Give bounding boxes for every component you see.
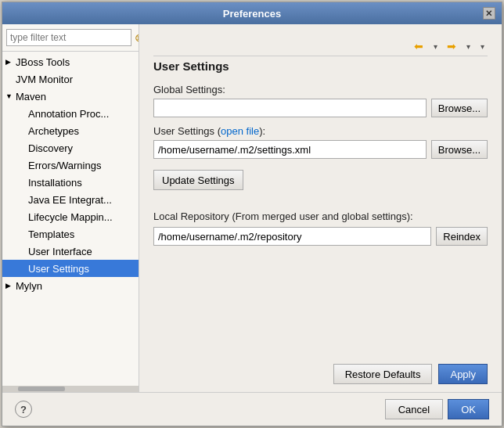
help-icon[interactable]: ? — [15, 401, 32, 418]
user-settings-row: Browse... — [153, 140, 488, 159]
global-settings-group: Global Settings: Browse... — [153, 84, 488, 117]
apply-button[interactable]: Apply — [438, 364, 488, 384]
panel-action-row: Restore Defaults Apply — [153, 351, 488, 384]
sidebar-item-label: Installations — [28, 177, 82, 189]
sidebar-item-lifecycle-mapping[interactable]: Lifecycle Mappin... — [2, 208, 139, 225]
sidebar-item-jboss-tools[interactable]: ▶ JBoss Tools — [2, 53, 139, 70]
update-settings-row: Update Settings — [153, 167, 488, 190]
local-repo-group: Local Repository (From merged user and g… — [153, 201, 488, 246]
cancel-button[interactable]: Cancel — [385, 399, 443, 419]
user-settings-group: User Settings (open file): Browse... — [153, 125, 488, 159]
sidebar-item-label: JBoss Tools — [16, 56, 70, 68]
sidebar-item-label: User Settings — [28, 263, 89, 275]
sidebar-item-label: User Interface — [28, 246, 92, 257]
back-dropdown-icon[interactable]: ▾ — [430, 38, 441, 54]
tree-area: ▶ JBoss Tools JVM Monitor ▼ Maven Annota… — [2, 52, 139, 386]
sidebar-item-label: Templates — [28, 228, 74, 240]
dialog-footer: ? Cancel OK — [2, 392, 502, 426]
sidebar-item-label: Java EE Integrat... — [28, 194, 112, 206]
sidebar-item-discovery[interactable]: Discovery — [2, 139, 139, 156]
back-icon[interactable]: ⬅ — [411, 38, 427, 54]
open-file-link[interactable]: open file — [221, 125, 259, 137]
update-settings-button[interactable]: Update Settings — [153, 170, 243, 190]
global-settings-browse-button[interactable]: Browse... — [431, 99, 488, 117]
ok-button[interactable]: OK — [448, 399, 489, 419]
expand-icon: ▶ — [5, 282, 13, 290]
footer-right: Cancel OK — [385, 399, 489, 419]
sidebar-item-label: Discovery — [28, 142, 73, 154]
local-repo-row: Reindex — [153, 227, 488, 246]
forward-dropdown-icon[interactable]: ▾ — [463, 38, 473, 54]
sidebar-item-user-settings[interactable]: User Settings — [2, 260, 139, 277]
scrollbar-thumb — [18, 387, 65, 391]
sidebar-item-maven[interactable]: ▼ Maven — [2, 88, 139, 105]
user-settings-input[interactable] — [153, 140, 427, 159]
global-settings-label: Global Settings: — [153, 84, 488, 95]
sidebar-item-label: Annotation Proc... — [28, 108, 109, 120]
footer-left: ? — [15, 401, 32, 418]
dialog-title: Preferences — [171, 8, 333, 20]
panel-toolbar: ⬅ ▾ ➡ ▾ ▾ — [153, 35, 488, 56]
global-settings-input[interactable] — [153, 99, 427, 117]
filter-bar: ⊗ — [2, 24, 139, 52]
preferences-dialog: Preferences ✕ ⊗ ▶ JBoss Tools JVM Monito… — [2, 2, 502, 426]
dialog-body: ⊗ ▶ JBoss Tools JVM Monitor ▼ Maven — [2, 24, 502, 392]
filter-input[interactable] — [6, 29, 131, 46]
local-repo-label: Local Repository (From merged user and g… — [153, 210, 488, 222]
sidebar-item-annotation-proc[interactable]: Annotation Proc... — [2, 105, 139, 122]
sidebar-item-user-interface[interactable]: User Interface — [2, 243, 139, 260]
sidebar-item-label: JVM Monitor — [16, 74, 73, 85]
sidebar-item-label: Lifecycle Mappin... — [28, 211, 113, 223]
main-panel: ⬅ ▾ ➡ ▾ ▾ User Settings Global Settings:… — [139, 24, 502, 392]
sidebar-item-label: Errors/Warnings — [28, 160, 101, 171]
close-button[interactable]: ✕ — [483, 7, 495, 20]
sidebar-item-installations[interactable]: Installations — [2, 174, 139, 191]
user-settings-label: User Settings (open file): — [153, 125, 488, 137]
forward-icon[interactable]: ➡ — [444, 38, 459, 54]
sidebar-item-templates[interactable]: Templates — [2, 225, 139, 243]
sidebar-item-label: Mylyn — [16, 280, 42, 292]
reindex-button[interactable]: Reindex — [436, 227, 488, 246]
global-settings-row: Browse... — [153, 99, 488, 117]
sidebar-item-jvm-monitor[interactable]: JVM Monitor — [2, 70, 139, 88]
title-bar: Preferences ✕ — [2, 2, 502, 24]
panel-title: User Settings — [153, 59, 488, 73]
sidebar-scrollbar[interactable] — [2, 386, 139, 392]
sidebar-item-archetypes[interactable]: Archetypes — [2, 122, 139, 139]
restore-defaults-button[interactable]: Restore Defaults — [333, 364, 433, 384]
expand-icon: ▼ — [5, 92, 13, 100]
sidebar-item-java-ee-integrat[interactable]: Java EE Integrat... — [2, 191, 139, 208]
sidebar-item-mylyn[interactable]: ▶ Mylyn — [2, 277, 139, 294]
local-repo-input[interactable] — [153, 227, 431, 246]
sidebar: ⊗ ▶ JBoss Tools JVM Monitor ▼ Maven — [2, 24, 139, 392]
sidebar-item-label: Maven — [16, 91, 46, 103]
expand-icon: ▶ — [5, 58, 13, 66]
menu-icon[interactable]: ▾ — [477, 38, 488, 54]
user-settings-browse-button[interactable]: Browse... — [431, 140, 488, 159]
sidebar-item-label: Archetypes — [28, 125, 79, 137]
sidebar-item-errors-warnings[interactable]: Errors/Warnings — [2, 156, 139, 174]
